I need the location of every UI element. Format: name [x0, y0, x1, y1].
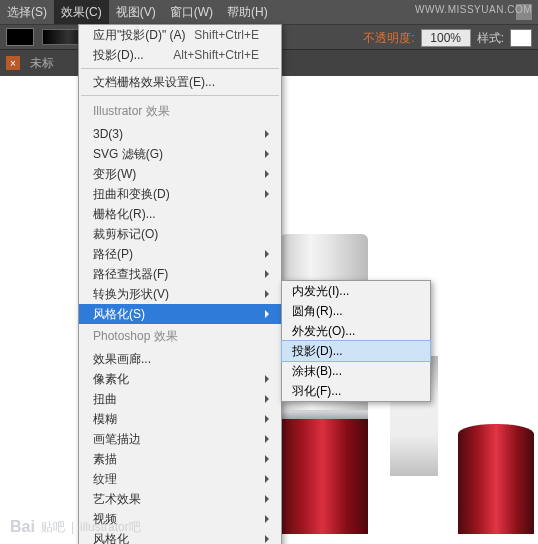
- menu-item-label: 效果画廊...: [93, 351, 151, 368]
- menu-item-label: 转换为形状(V): [93, 286, 169, 303]
- menu-header-photoshop: Photoshop 效果: [79, 324, 281, 349]
- menu-item[interactable]: SVG 滤镜(G): [79, 144, 281, 164]
- menu-separator: [81, 95, 279, 96]
- url-watermark: WWW.MISSYUAN.COM: [415, 4, 532, 15]
- menu-item-label: 文档栅格效果设置(E)...: [93, 74, 215, 91]
- menu-item-label: 艺术效果: [93, 491, 141, 508]
- artwork-cylinder-red-right: [458, 424, 534, 534]
- menubar-item[interactable]: 效果(C): [54, 0, 109, 24]
- menu-item[interactable]: 路径(P): [79, 244, 281, 264]
- menubar-item[interactable]: 窗口(W): [163, 0, 220, 24]
- menu-item[interactable]: 路径查找器(F): [79, 264, 281, 284]
- submenu-item[interactable]: 投影(D)...: [282, 341, 430, 361]
- baidu-watermark: Bai 贴吧 | illustrator吧: [10, 518, 141, 536]
- stylize-submenu: 内发光(I)...圆角(R)...外发光(O)...投影(D)...涂抹(B).…: [281, 280, 431, 402]
- menu-item[interactable]: 画笔描边: [79, 429, 281, 449]
- menubar-item[interactable]: 视图(V): [109, 0, 163, 24]
- menu-item[interactable]: 模糊: [79, 409, 281, 429]
- fill-color-well[interactable]: [6, 28, 34, 46]
- menu-item[interactable]: 扭曲: [79, 389, 281, 409]
- menubar-item[interactable]: 选择(S): [0, 0, 54, 24]
- menu-header-illustrator: Illustrator 效果: [79, 99, 281, 124]
- menu-item[interactable]: 栅格化(R)...: [79, 204, 281, 224]
- submenu-item[interactable]: 圆角(R)...: [282, 301, 430, 321]
- menu-item-label: 风格化(S): [93, 306, 145, 323]
- menu-item[interactable]: 变形(W): [79, 164, 281, 184]
- submenu-item[interactable]: 涂抹(B)...: [282, 361, 430, 381]
- opacity-label: 不透明度:: [363, 30, 414, 47]
- menu-item[interactable]: 像素化: [79, 369, 281, 389]
- menu-last-effect[interactable]: 投影(D)... Alt+Shift+Ctrl+E: [79, 45, 281, 65]
- menu-item-label: 路径(P): [93, 246, 133, 263]
- menu-item[interactable]: 纹理: [79, 469, 281, 489]
- menu-item-label: 扭曲和变换(D): [93, 186, 170, 203]
- menu-item-label: 素描: [93, 451, 117, 468]
- menu-item[interactable]: 风格化(S): [79, 304, 281, 324]
- style-well[interactable]: [510, 29, 532, 47]
- menu-apply-last-effect[interactable]: 应用"投影(D)" (A) Shift+Ctrl+E: [79, 25, 281, 45]
- menu-item-label: 栅格化(R)...: [93, 206, 156, 223]
- menu-item-shortcut: Shift+Ctrl+E: [194, 28, 259, 42]
- menu-item-label: 变形(W): [93, 166, 136, 183]
- watermark-text: illustrator吧: [80, 519, 141, 536]
- menu-separator: [81, 68, 279, 69]
- menubar: 选择(S)效果(C)视图(V)窗口(W)帮助(H) WWW.MISSYUAN.C…: [0, 0, 538, 24]
- menu-item-label: 裁剪标记(O): [93, 226, 158, 243]
- menu-item-label: 模糊: [93, 411, 117, 428]
- submenu-item[interactable]: 内发光(I)...: [282, 281, 430, 301]
- submenu-item[interactable]: 羽化(F)...: [282, 381, 430, 401]
- watermark-brand: Bai: [10, 518, 35, 536]
- menu-item[interactable]: 3D(3): [79, 124, 281, 144]
- menu-item-label: 纹理: [93, 471, 117, 488]
- menu-item-label: 像素化: [93, 371, 129, 388]
- menu-item[interactable]: 裁剪标记(O): [79, 224, 281, 244]
- menu-item[interactable]: 转换为形状(V): [79, 284, 281, 304]
- menu-item-label: 应用"投影(D)" (A): [93, 27, 186, 44]
- style-label: 样式:: [477, 30, 504, 47]
- effects-menu: 应用"投影(D)" (A) Shift+Ctrl+E 投影(D)... Alt+…: [78, 24, 282, 544]
- menu-item[interactable]: 素描: [79, 449, 281, 469]
- menubar-item[interactable]: 帮助(H): [220, 0, 275, 24]
- artwork-cylinder-red-bottom: [280, 410, 368, 534]
- menu-item-label: 路径查找器(F): [93, 266, 168, 283]
- close-tab-button[interactable]: ×: [6, 56, 20, 70]
- menu-item-label: 投影(D)...: [93, 47, 144, 64]
- topbar-right: WWW.MISSYUAN.COM: [516, 0, 538, 24]
- watermark-brand2: 贴吧: [41, 519, 65, 536]
- menu-item[interactable]: 艺术效果: [79, 489, 281, 509]
- menu-item[interactable]: 效果画廊...: [79, 349, 281, 369]
- menu-item-label: SVG 滤镜(G): [93, 146, 163, 163]
- menu-item-label: 画笔描边: [93, 431, 141, 448]
- submenu-item[interactable]: 外发光(O)...: [282, 321, 430, 341]
- menu-item-label: 扭曲: [93, 391, 117, 408]
- document-tab[interactable]: 未标: [30, 55, 54, 72]
- opacity-input[interactable]: 100%: [421, 29, 471, 47]
- menu-item-shortcut: Alt+Shift+Ctrl+E: [173, 48, 259, 62]
- menu-raster-settings[interactable]: 文档栅格效果设置(E)...: [79, 72, 281, 92]
- menu-item-label: 3D(3): [93, 127, 123, 141]
- menu-item[interactable]: 扭曲和变换(D): [79, 184, 281, 204]
